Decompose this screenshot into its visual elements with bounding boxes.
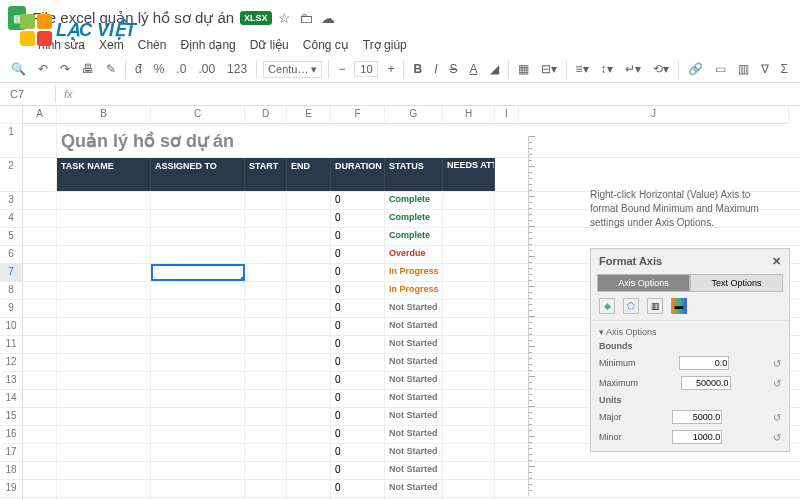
- row-header[interactable]: 16: [0, 426, 22, 444]
- cell-end[interactable]: [287, 462, 331, 479]
- cell-end[interactable]: [287, 318, 331, 335]
- cell-assigned[interactable]: [151, 282, 245, 299]
- cell-assigned[interactable]: [151, 354, 245, 371]
- menu-help[interactable]: Trợ giúp: [363, 38, 407, 52]
- cell-end[interactable]: [287, 480, 331, 497]
- cell-status[interactable]: Not Started: [385, 462, 443, 479]
- cell-duration[interactable]: 0: [331, 210, 385, 227]
- cell-duration[interactable]: 0: [331, 444, 385, 461]
- cell-needs[interactable]: [443, 462, 495, 479]
- cell-task[interactable]: [57, 264, 151, 281]
- cell-status[interactable]: Not Started: [385, 318, 443, 335]
- reset-icon[interactable]: ↺: [773, 378, 781, 389]
- cell-duration[interactable]: 0: [331, 228, 385, 245]
- cell-end[interactable]: [287, 408, 331, 425]
- rotate-icon[interactable]: ⟲▾: [650, 60, 672, 78]
- cell-status[interactable]: Not Started: [385, 372, 443, 389]
- cell-status[interactable]: Not Started: [385, 444, 443, 461]
- cell-status[interactable]: In Progress: [385, 264, 443, 281]
- num-format-icon[interactable]: 123: [224, 60, 250, 78]
- menu-data[interactable]: Dữ liệu: [250, 38, 289, 52]
- max-input[interactable]: [681, 376, 731, 390]
- cell-task[interactable]: [57, 462, 151, 479]
- cell-assigned[interactable]: [151, 192, 245, 209]
- col-status[interactable]: STATUS: [385, 158, 443, 191]
- percent-icon[interactable]: %: [151, 60, 168, 78]
- col-start[interactable]: START: [245, 158, 287, 191]
- cell-start[interactable]: [245, 246, 287, 263]
- cell-task[interactable]: [57, 246, 151, 263]
- cell-end[interactable]: [287, 444, 331, 461]
- cell-task[interactable]: [57, 390, 151, 407]
- row-header[interactable]: 11: [0, 336, 22, 354]
- font-select[interactable]: Centu…▾: [263, 61, 322, 78]
- cell-start[interactable]: [245, 408, 287, 425]
- cell-assigned[interactable]: [151, 444, 245, 461]
- cell-end[interactable]: [287, 228, 331, 245]
- col-header[interactable]: E: [287, 106, 331, 124]
- cell-needs[interactable]: [443, 246, 495, 263]
- size-decrease-icon[interactable]: −: [335, 60, 348, 78]
- cell-end[interactable]: [287, 390, 331, 407]
- cell-task[interactable]: [57, 300, 151, 317]
- cell-status[interactable]: Not Started: [385, 426, 443, 443]
- cell-start[interactable]: [245, 264, 287, 281]
- cell-end[interactable]: [287, 210, 331, 227]
- row-header[interactable]: 7: [0, 264, 22, 282]
- menu-format[interactable]: Định dạng: [180, 38, 235, 52]
- cell-task[interactable]: [57, 336, 151, 353]
- minor-input[interactable]: [672, 430, 722, 444]
- paint-icon[interactable]: ✎: [103, 60, 119, 78]
- cell-status[interactable]: Not Started: [385, 390, 443, 407]
- cell-assigned[interactable]: [151, 390, 245, 407]
- row-header[interactable]: 14: [0, 390, 22, 408]
- cell-duration[interactable]: 0: [331, 246, 385, 263]
- cell-needs[interactable]: [443, 192, 495, 209]
- row-header[interactable]: 4: [0, 210, 22, 228]
- cell-duration[interactable]: 0: [331, 462, 385, 479]
- cell-end[interactable]: [287, 192, 331, 209]
- corner[interactable]: [0, 106, 22, 124]
- cell-task[interactable]: [57, 228, 151, 245]
- menu-tools[interactable]: Công cụ: [303, 38, 349, 52]
- cell-needs[interactable]: [443, 282, 495, 299]
- cell-needs[interactable]: [443, 228, 495, 245]
- col-header[interactable]: C: [151, 106, 245, 124]
- cell-start[interactable]: [245, 444, 287, 461]
- cloud-icon[interactable]: ☁: [321, 10, 335, 26]
- cell-status[interactable]: Complete: [385, 192, 443, 209]
- cell-start[interactable]: [245, 336, 287, 353]
- cell-task[interactable]: [57, 354, 151, 371]
- row-header[interactable]: 5: [0, 228, 22, 246]
- valign-icon[interactable]: ↕▾: [598, 60, 616, 78]
- cell-duration[interactable]: 0: [331, 300, 385, 317]
- redo-icon[interactable]: ↷: [57, 60, 73, 78]
- tab-axis-options[interactable]: Axis Options: [597, 274, 690, 292]
- star-icon[interactable]: ☆: [278, 10, 291, 26]
- cell-status[interactable]: Not Started: [385, 300, 443, 317]
- fill-icon[interactable]: ◆: [599, 298, 615, 314]
- move-icon[interactable]: 🗀: [299, 10, 313, 26]
- close-icon[interactable]: ✕: [772, 255, 781, 268]
- row-header[interactable]: 19: [0, 480, 22, 498]
- halign-icon[interactable]: ≡▾: [573, 60, 592, 78]
- row-header[interactable]: 6: [0, 246, 22, 264]
- dec-increase-icon[interactable]: .00: [195, 60, 218, 78]
- cell-assigned[interactable]: [151, 480, 245, 497]
- row-header[interactable]: 2: [0, 158, 22, 192]
- col-task[interactable]: TASK NAME: [57, 158, 151, 191]
- col-assigned[interactable]: ASSIGNED TO: [151, 158, 245, 191]
- cell-end[interactable]: [287, 372, 331, 389]
- cell-end[interactable]: [287, 246, 331, 263]
- wrap-icon[interactable]: ↵▾: [622, 60, 644, 78]
- reset-icon[interactable]: ↺: [773, 412, 781, 423]
- size-increase-icon[interactable]: +: [384, 60, 397, 78]
- cell-duration[interactable]: 0: [331, 192, 385, 209]
- cell-start[interactable]: [245, 228, 287, 245]
- text-color-icon[interactable]: A: [467, 60, 481, 78]
- size-icon[interactable]: ▥: [647, 298, 663, 314]
- row-header[interactable]: 18: [0, 462, 22, 480]
- cell-needs[interactable]: [443, 354, 495, 371]
- col-header[interactable]: F: [331, 106, 385, 124]
- col-header[interactable]: I: [495, 106, 519, 124]
